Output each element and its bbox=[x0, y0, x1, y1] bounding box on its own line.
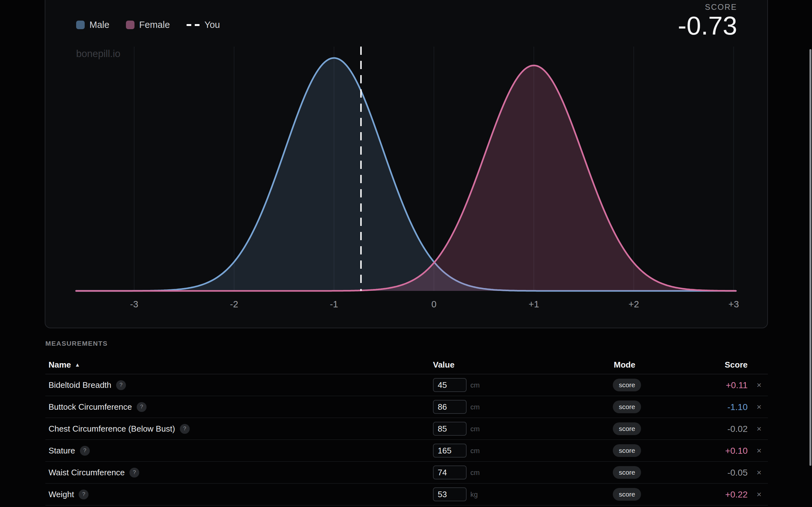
score-label: SCORE bbox=[678, 3, 737, 12]
remove-button[interactable]: × bbox=[753, 489, 765, 500]
table-row: Weight?kgscore+0.22× bbox=[45, 484, 768, 505]
score-block: SCORE -0.73 bbox=[678, 3, 737, 40]
table-row: Bideltoid Breadth?cmscore+0.11× bbox=[45, 374, 768, 396]
score-value: +0.11 bbox=[726, 380, 748, 390]
measurement-name: Chest Circumference (Below Bust) bbox=[49, 424, 175, 434]
column-header-score[interactable]: Score bbox=[725, 360, 748, 370]
scrollbar-thumb[interactable] bbox=[809, 49, 811, 466]
measurement-name-cell: Stature? bbox=[49, 440, 90, 461]
measurement-name: Stature bbox=[49, 446, 75, 456]
remove-button[interactable]: × bbox=[753, 445, 765, 456]
name-header-label: Name bbox=[49, 360, 71, 370]
help-icon[interactable]: ? bbox=[79, 490, 89, 499]
measurement-name-cell: Bideltoid Breadth? bbox=[49, 374, 126, 396]
measurements-table: Name ▲ Value Mode Score Bideltoid Breadt… bbox=[45, 356, 768, 505]
sort-ascending-icon: ▲ bbox=[75, 362, 80, 368]
x-tick-label: +1 bbox=[528, 299, 539, 309]
x-tick-label: -1 bbox=[330, 299, 338, 309]
column-header-value[interactable]: Value bbox=[433, 360, 455, 370]
mode-button[interactable]: score bbox=[613, 488, 641, 501]
score-value: +0.22 bbox=[725, 490, 748, 500]
value-input[interactable] bbox=[433, 444, 467, 458]
male-distribution-fill bbox=[76, 58, 736, 291]
male-swatch-icon bbox=[76, 20, 85, 29]
unit-label: cm bbox=[470, 425, 479, 433]
x-tick-label: -3 bbox=[130, 299, 138, 309]
legend-label: Male bbox=[90, 20, 109, 30]
chart-legend: MaleFemaleYou bbox=[76, 20, 220, 30]
dashed-line-icon bbox=[187, 24, 200, 26]
table-row: Chest Circumference (Below Bust)?cmscore… bbox=[45, 418, 768, 440]
unit-label: cm bbox=[470, 403, 479, 411]
measurement-name: Weight bbox=[49, 490, 74, 499]
value-input[interactable] bbox=[433, 465, 467, 480]
measurement-name-cell: Weight? bbox=[49, 484, 89, 505]
column-header-mode[interactable]: Mode bbox=[614, 360, 635, 370]
help-icon[interactable]: ? bbox=[80, 446, 90, 456]
help-icon[interactable]: ? bbox=[137, 402, 147, 412]
x-tick-label: -2 bbox=[230, 299, 238, 309]
mode-button[interactable]: score bbox=[613, 466, 641, 479]
app-screen: MaleFemaleYou SCORE -0.73 bonepill.io -3… bbox=[0, 0, 812, 507]
measurement-name-cell: Chest Circumference (Below Bust)? bbox=[49, 418, 190, 440]
mode-button[interactable]: score bbox=[613, 400, 641, 413]
remove-button[interactable]: × bbox=[753, 379, 765, 391]
table-row: Stature?cmscore+0.10× bbox=[45, 440, 768, 462]
legend-label: Female bbox=[139, 20, 170, 30]
measurement-name-cell: Buttock Circumference? bbox=[49, 396, 147, 418]
score-value: -1.10 bbox=[727, 402, 748, 412]
legend-item-male[interactable]: Male bbox=[76, 20, 109, 30]
help-icon[interactable]: ? bbox=[180, 424, 190, 434]
remove-button[interactable]: × bbox=[753, 401, 765, 412]
measurement-name-cell: Waist Circumference? bbox=[49, 462, 139, 483]
help-icon[interactable]: ? bbox=[130, 468, 139, 477]
distribution-chart bbox=[0, 0, 812, 330]
unit-label: cm bbox=[470, 447, 479, 455]
value-input[interactable] bbox=[433, 487, 467, 501]
score-value: -0.02 bbox=[727, 424, 748, 434]
watermark: bonepill.io bbox=[76, 48, 120, 60]
column-header-name[interactable]: Name ▲ bbox=[49, 360, 80, 370]
x-tick-label: 0 bbox=[432, 299, 437, 309]
help-icon[interactable]: ? bbox=[116, 380, 126, 390]
value-input[interactable] bbox=[433, 422, 467, 436]
mode-button[interactable]: score bbox=[613, 422, 641, 435]
value-input[interactable] bbox=[433, 400, 467, 414]
x-tick-label: +2 bbox=[628, 299, 639, 309]
unit-label: kg bbox=[470, 491, 478, 499]
female-swatch-icon bbox=[126, 20, 135, 29]
remove-button[interactable]: × bbox=[753, 467, 765, 478]
mode-button[interactable]: score bbox=[613, 444, 641, 457]
table-row: Waist Circumference?cmscore-0.05× bbox=[45, 462, 768, 484]
table-header-row: Name ▲ Value Mode Score bbox=[45, 356, 768, 374]
score-value: -0.05 bbox=[727, 468, 748, 478]
measurement-name: Bideltoid Breadth bbox=[49, 380, 111, 390]
score-value: +0.10 bbox=[725, 446, 748, 456]
legend-item-female[interactable]: Female bbox=[126, 20, 170, 30]
unit-label: cm bbox=[470, 381, 479, 389]
value-input[interactable] bbox=[433, 378, 467, 392]
measurements-section-label: MEASUREMENTS bbox=[45, 340, 108, 347]
table-row: Buttock Circumference?cmscore-1.10× bbox=[45, 396, 768, 418]
legend-label: You bbox=[205, 20, 220, 30]
measurement-name: Buttock Circumference bbox=[49, 402, 132, 412]
remove-button[interactable]: × bbox=[753, 423, 765, 435]
legend-item-you[interactable]: You bbox=[187, 20, 220, 30]
unit-label: cm bbox=[470, 469, 479, 477]
x-tick-label: +3 bbox=[728, 299, 739, 309]
measurement-name: Waist Circumference bbox=[49, 468, 125, 477]
score-value: -0.73 bbox=[678, 12, 737, 40]
mode-button[interactable]: score bbox=[613, 379, 641, 391]
